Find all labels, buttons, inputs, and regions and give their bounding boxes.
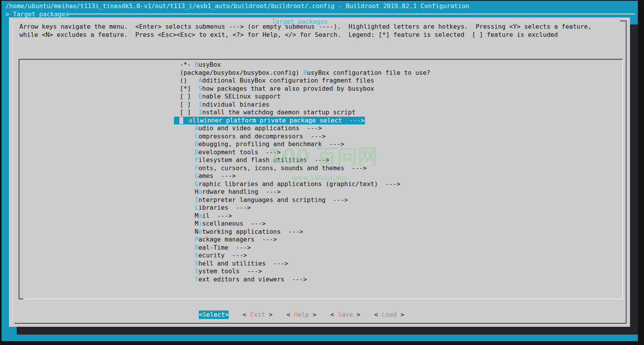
menu-item-prefix bbox=[180, 124, 195, 132]
button-bracket-right: > bbox=[225, 311, 229, 318]
menu-item-prefix bbox=[180, 252, 195, 259]
selection-highlight[interactable]: allwinner platform private package selec… bbox=[174, 117, 365, 125]
menu-item[interactable]: [*] Show packages that are also provided… bbox=[19, 85, 622, 93]
exit-button[interactable]: < Exit > bbox=[243, 310, 273, 319]
menu-item-text: usyBox configuration file to use? bbox=[307, 69, 430, 76]
menu-item[interactable]: Security ---> bbox=[19, 252, 622, 260]
menu-item[interactable]: Text editors and viewers ---> bbox=[19, 276, 622, 284]
menu-item[interactable]: () Additional BusyBox configuration frag… bbox=[19, 77, 622, 85]
menu-item-text: dditional BusyBox configuration fragment… bbox=[202, 77, 374, 84]
help-button[interactable]: < Help > bbox=[286, 310, 316, 319]
save-button[interactable]: < Save > bbox=[330, 310, 360, 319]
hotkey-letter: G bbox=[195, 180, 199, 188]
menu-item-prefix: [ ] bbox=[180, 93, 198, 100]
menu-item-label: allwinner platform private package selec… bbox=[189, 117, 365, 125]
terminal-window: /home/ubuntu/meihao/t113i_tinasdk5.0-v1/… bbox=[0, 0, 644, 345]
menu-item-text: scellaneous ---> bbox=[202, 220, 266, 227]
menu-item-prefix bbox=[180, 172, 195, 179]
button-hotkey-letter: H bbox=[294, 311, 298, 318]
button-hotkey-letter: E bbox=[250, 311, 254, 318]
menu-item-prefix: -*- bbox=[180, 61, 195, 68]
hotkey-letter: D bbox=[195, 148, 199, 156]
menu-item-text: ompressors and decompressors ---> bbox=[198, 133, 326, 140]
button-bracket-right: > bbox=[265, 311, 273, 318]
button-label: ave bbox=[342, 311, 353, 318]
button-bracket-right: > bbox=[353, 311, 360, 318]
watermark-url: www.100ask.net bbox=[292, 174, 347, 181]
hotkey-letter: A bbox=[195, 124, 199, 132]
hotkey-letter: a bbox=[189, 117, 193, 124]
hotkey-letter: B bbox=[303, 69, 307, 76]
menu-item-prefix bbox=[180, 196, 195, 204]
menu-item[interactable]: [ ] Enable SELinux support bbox=[19, 93, 622, 101]
hotkey-letter: F bbox=[195, 156, 199, 164]
hotkey-letter: G bbox=[195, 172, 199, 179]
menu-item-selected[interactable]: allwinner platform private package selec… bbox=[19, 117, 622, 125]
select-button[interactable]: <Select> bbox=[199, 310, 229, 319]
hotkey-letter: S bbox=[195, 260, 199, 267]
menu-item-prefix bbox=[180, 148, 195, 156]
hotkey-letter: a bbox=[198, 212, 202, 219]
menu-item[interactable]: Miscellaneous ---> bbox=[19, 220, 622, 228]
config-path-title: /home/ubuntu/meihao/t113i_tinasdk5.0-v1/… bbox=[5, 2, 469, 10]
menu-item-prefix: [ ] bbox=[180, 101, 198, 108]
menu-item-prefix bbox=[180, 260, 195, 267]
button-bracket-left: < bbox=[243, 311, 250, 318]
menu-item-prefix bbox=[180, 140, 195, 148]
menu-item-prefix bbox=[180, 204, 195, 211]
menu-item-text: il ---> bbox=[202, 212, 232, 219]
menu-item[interactable]: Mail ---> bbox=[19, 212, 622, 220]
menu-item-text: ecurity ---> bbox=[198, 252, 247, 259]
menu-item[interactable]: Package managers ---> bbox=[19, 236, 622, 244]
menu-item[interactable]: Shell and utilities ---> bbox=[19, 260, 622, 268]
dialog-border-corner bbox=[620, 21, 627, 21]
menu-item-prefix bbox=[180, 276, 195, 283]
menu-item-prefix: (package/busybox/busybox.config) bbox=[180, 69, 303, 76]
menu-item-prefix: M bbox=[180, 212, 198, 219]
menu-item-text: nstall the watchdog daemon startup scrip… bbox=[202, 109, 356, 116]
breadcrumb: > Target packages bbox=[5, 10, 69, 18]
menu-box-corner bbox=[19, 295, 23, 299]
hotkey-letter: I bbox=[198, 109, 202, 116]
menu-item[interactable]: Hardware handling ---> bbox=[19, 188, 622, 196]
menu-item[interactable]: Networking applications ---> bbox=[19, 228, 622, 236]
menu-item[interactable]: Real-Time ---> bbox=[19, 244, 622, 252]
menu-item[interactable]: (package/busybox/busybox.config) BusyBox… bbox=[19, 69, 622, 77]
menu-item-prefix bbox=[180, 180, 195, 188]
menu-item[interactable]: Audio and video applications ---> bbox=[19, 124, 622, 133]
dialog-border-bottom bbox=[14, 323, 627, 324]
menu-item-prefix: N bbox=[180, 228, 198, 235]
dialog-border-left bbox=[12, 21, 13, 324]
menu-item-prefix: () bbox=[180, 77, 198, 84]
load-button[interactable]: < Load > bbox=[374, 310, 404, 319]
button-hotkey-letter: S bbox=[203, 311, 207, 318]
menu-item-prefix: H bbox=[180, 188, 198, 195]
hotkey-letter: I bbox=[195, 196, 199, 204]
menu-item-text: ystem tools ---> bbox=[198, 267, 262, 275]
menu-item-prefix bbox=[180, 267, 195, 275]
hotkey-letter: L bbox=[195, 204, 199, 211]
menu-item[interactable]: Libraries ---> bbox=[19, 204, 622, 212]
hotkey-letter: B bbox=[195, 61, 199, 68]
menu-item[interactable]: -*- BusyBox bbox=[19, 61, 622, 69]
hotkey-letter: e bbox=[198, 228, 202, 235]
menu-item[interactable]: System tools ---> bbox=[19, 267, 622, 276]
menu-item-prefix bbox=[180, 164, 195, 172]
menu-item-text: udio and video applications ---> bbox=[198, 124, 322, 132]
hotkey-letter: D bbox=[195, 140, 199, 148]
button-bracket-right: > bbox=[397, 311, 404, 318]
menu-item-prefix bbox=[180, 244, 195, 251]
menu-item-prefix: [ ] bbox=[180, 109, 198, 116]
button-bracket-left: < bbox=[199, 311, 203, 318]
menu-item-prefix bbox=[180, 133, 195, 140]
hotkey-letter: R bbox=[195, 244, 199, 251]
menu-item[interactable]: Compressors and decompressors ---> bbox=[19, 133, 622, 141]
menu-item[interactable]: [ ] Install the watchdog daemon startup … bbox=[19, 109, 622, 117]
menu-item[interactable]: Interpreter languages and scripting ---> bbox=[19, 196, 622, 204]
menu-item[interactable]: [ ] Individual binaries bbox=[19, 101, 622, 109]
menu-item-text: usyBox bbox=[198, 61, 221, 68]
menu-item-text: hell and utilities ---> bbox=[198, 260, 288, 267]
button-hotkey-letter: S bbox=[338, 311, 342, 318]
instructions-line2: while <N> excludes a feature. Press <Esc… bbox=[19, 31, 558, 38]
menu-item-text: llwinner platform private package select… bbox=[193, 117, 365, 124]
